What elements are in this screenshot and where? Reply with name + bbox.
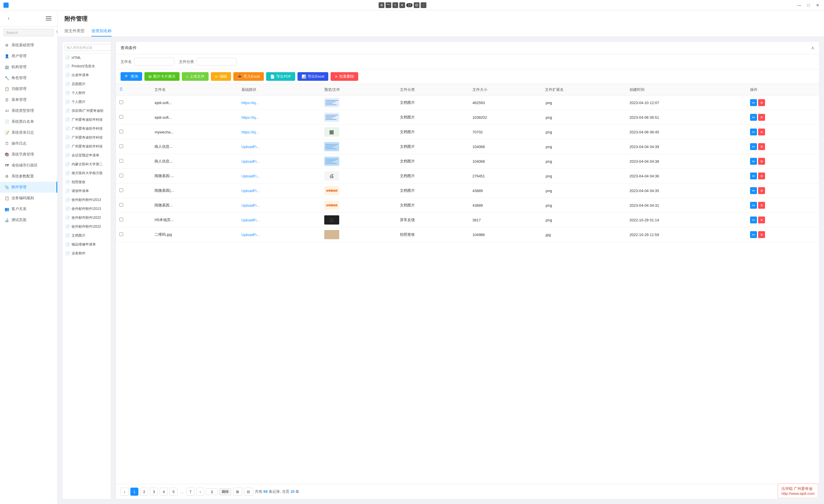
category-item-16[interactable]: 📄收件邮件附件\2013: [63, 196, 111, 205]
delete-row-4-button[interactable]: ✕: [758, 158, 765, 165]
batch-delete-button[interactable]: ✕ 批量删除: [331, 72, 358, 81]
row-select-1[interactable]: [119, 115, 123, 119]
sidebar-item-org-mgmt[interactable]: 🏢机构管理: [0, 61, 57, 73]
delete-row-8-button[interactable]: ✕: [758, 217, 765, 223]
sidebar-search-input[interactable]: [6, 30, 55, 35]
filename-input[interactable]: [134, 58, 174, 66]
sidebar-item-func-mgmt[interactable]: 📋功能管理: [0, 83, 57, 94]
back-button[interactable]: ‹: [5, 14, 13, 22]
page-1-button[interactable]: 1: [130, 488, 138, 496]
query-button[interactable]: 🔍 查询: [120, 72, 142, 81]
edit-row-8-button[interactable]: ✏: [750, 217, 757, 223]
row-select-2[interactable]: [119, 130, 123, 133]
category-item-18[interactable]: 📄收件邮件附件\2022: [63, 213, 111, 222]
category-item-2[interactable]: 📄出差申请单: [63, 71, 111, 80]
category-item-5[interactable]: 📄个人图片: [63, 98, 111, 106]
tab-by-type[interactable]: 按文件类型: [65, 26, 85, 36]
gallery-button[interactable]: ⊞ 图片卡片展示: [144, 72, 180, 81]
delete-row-5-button[interactable]: ✕: [758, 172, 765, 179]
prev-page-button[interactable]: ‹: [120, 488, 129, 496]
sidebar-item-dict-mgmt[interactable]: 📚系统字典管理: [0, 149, 57, 160]
sidebar-item-attachment[interactable]: 📎附件管理: [0, 182, 57, 193]
category-item-3[interactable]: 📄店面图片: [63, 80, 111, 89]
sidebar-item-system-basic[interactable]: ⚙系统基础管理: [0, 40, 57, 50]
delete-row-6-button[interactable]: ✕: [758, 187, 765, 194]
page-4-button[interactable]: 4: [160, 488, 168, 496]
sidebar-item-sys-param[interactable]: ⚙系统参数配置: [0, 171, 57, 182]
sidebar-item-menu-mgmt[interactable]: ☰菜单管理: [0, 94, 57, 105]
sidebar-item-login-log[interactable]: 📝系统登录日志: [0, 127, 57, 138]
edit-row-0-button[interactable]: ✏: [750, 99, 757, 106]
row-select-6[interactable]: [119, 188, 123, 192]
page-2-button[interactable]: 2: [140, 488, 148, 496]
category-item-7[interactable]: 📄广州爱奇迪软件科技: [63, 115, 111, 124]
export-excel-button[interactable]: 📊 导出Excel: [298, 72, 328, 81]
category-item-17[interactable]: 📄收件邮件附件\2013: [63, 205, 111, 213]
page-size-selector[interactable]: ⊞: [233, 488, 242, 496]
delete-row-3-button[interactable]: ✕: [758, 143, 765, 150]
sidebar-item-role-mgmt[interactable]: 🔧角色管理: [0, 73, 57, 83]
sidebar-item-blacklist[interactable]: 📄系统黑白名单: [0, 116, 57, 127]
edit-row-6-button[interactable]: ✏: [750, 187, 757, 194]
maximize-button[interactable]: □: [806, 2, 811, 8]
page-5-button[interactable]: 5: [170, 488, 178, 496]
category-item-0[interactable]: 📄HTML: [63, 53, 111, 62]
delete-row-1-button[interactable]: ✕: [758, 114, 765, 121]
page-size-selector2[interactable]: ⊟: [244, 488, 253, 496]
category-item-21[interactable]: 📄物品维修申请单: [63, 240, 111, 249]
sidebar-item-province[interactable]: 🗺省份城市行政区: [0, 160, 57, 171]
row-select-9[interactable]: [119, 232, 123, 236]
sidebar-item-op-log[interactable]: 🗒操作日志: [0, 138, 57, 149]
menu-toggle-button[interactable]: [44, 14, 53, 22]
close-button[interactable]: ✕: [815, 2, 821, 8]
category-item-10[interactable]: 📄广州爱奇迪软件科技: [63, 142, 111, 151]
edit-row-5-button[interactable]: ✏: [750, 172, 757, 179]
page-7-button[interactable]: 7: [186, 488, 195, 496]
sidebar-item-customer[interactable]: 👥客户关系: [0, 204, 57, 215]
row-select-3[interactable]: [119, 144, 123, 148]
export-pdf-button[interactable]: 📄 导出PDF: [266, 72, 295, 81]
category-item-6[interactable]: 📄供应商/广州爱奇迪软: [63, 106, 111, 115]
category-item-19[interactable]: 📄收件邮件附件\2022: [63, 222, 111, 231]
edit-row-7-button[interactable]: ✏: [750, 202, 757, 209]
category-item-8[interactable]: 📄广州爱奇迪软件科技: [63, 124, 111, 133]
delete-row-7-button[interactable]: ✕: [758, 202, 765, 209]
edit-row-3-button[interactable]: ✏: [750, 143, 757, 150]
row-select-0[interactable]: [119, 100, 123, 104]
page-jump-button[interactable]: 跳转: [219, 488, 231, 495]
edit-button[interactable]: ✏ 编辑: [211, 72, 231, 81]
delete-row-2-button[interactable]: ✕: [758, 129, 765, 135]
import-excel-button[interactable]: 📥 导入Excel: [233, 72, 264, 81]
edit-row-9-button[interactable]: ✏: [750, 231, 757, 238]
category-item-22[interactable]: 📄业务附件: [63, 249, 111, 258]
row-select-4[interactable]: [119, 159, 123, 163]
sidebar-item-user-mgmt[interactable]: 👤用户管理: [0, 50, 57, 61]
sidebar-item-biz-code[interactable]: 📋业务编码规则: [0, 193, 57, 204]
row-select-7[interactable]: [119, 203, 123, 207]
edit-row-4-button[interactable]: ✏: [750, 158, 757, 165]
delete-row-0-button[interactable]: ✕: [758, 99, 765, 106]
minimize-button[interactable]: —: [796, 2, 802, 8]
page-3-button[interactable]: 3: [150, 488, 158, 496]
category-item-15[interactable]: 📄请假申请单: [63, 186, 111, 196]
category-item-1[interactable]: 📄Product/洗发水: [63, 62, 111, 71]
row-select-8[interactable]: [119, 218, 123, 221]
tab-by-category[interactable]: 按类别名称: [92, 26, 112, 36]
category-item-14[interactable]: 📄拍照签收: [63, 178, 111, 186]
row-select-5[interactable]: [119, 174, 123, 177]
upload-button[interactable]: + 上传文件: [182, 72, 209, 81]
category-input[interactable]: [196, 58, 236, 66]
edit-row-2-button[interactable]: ✏: [750, 129, 757, 135]
category-item-9[interactable]: 📄广州爱奇迪软件科技: [63, 133, 111, 142]
category-item-11[interactable]: 📄会议室预定申请单: [63, 151, 111, 160]
delete-row-9-button[interactable]: ✕: [758, 231, 765, 238]
next-page-button[interactable]: ›: [196, 488, 204, 496]
query-collapse-button[interactable]: ∧: [811, 45, 815, 50]
category-item-13[interactable]: 📄南方医科大学南方医: [63, 169, 111, 178]
category-item-20[interactable]: 📄文档图片: [63, 231, 111, 240]
category-filter-input[interactable]: [65, 44, 111, 51]
sidebar-item-test-page[interactable]: 🔬测试页面: [0, 215, 57, 225]
page-jump-input[interactable]: [206, 489, 218, 495]
sidebar-item-systype-mgmt[interactable]: 🏷系统类型管理: [0, 105, 57, 116]
category-item-12[interactable]: 📄内蒙古医科大学第二: [63, 160, 111, 169]
